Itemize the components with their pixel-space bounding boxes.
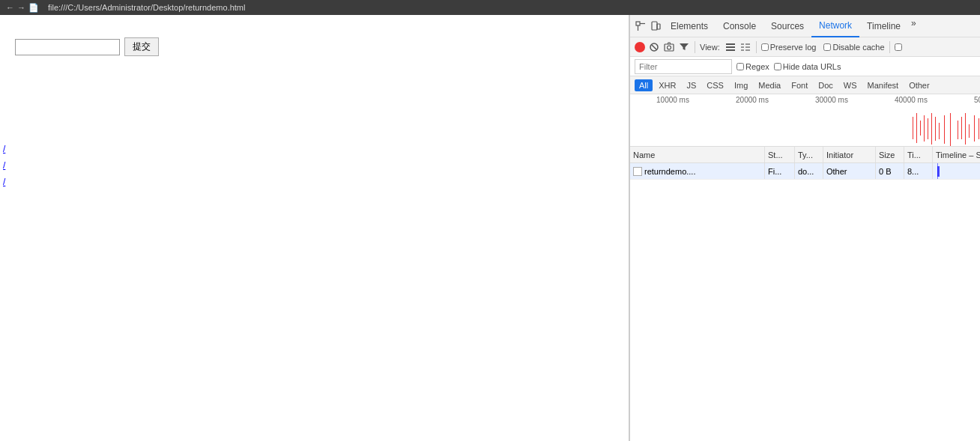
svg-rect-13	[726, 46, 735, 48]
svg-line-9	[652, 45, 656, 49]
hide-data-urls-label[interactable]: Hide data URLs	[774, 62, 841, 71]
svg-rect-0	[636, 22, 640, 25]
clear-button[interactable]	[648, 41, 660, 53]
row-time: 8...	[904, 163, 933, 179]
preserve-log-label[interactable]: Preserve log	[761, 43, 817, 52]
filter-type-css[interactable]: CSS	[702, 79, 728, 91]
filter-type-other[interactable]: Other	[904, 79, 934, 91]
list-view-icon[interactable]	[725, 41, 736, 53]
record-button[interactable]	[635, 42, 645, 52]
separator-3	[889, 41, 890, 53]
back-icon[interactable]: ←	[6, 3, 14, 12]
header-size: Size	[876, 147, 904, 162]
forward-icon[interactable]: →	[17, 3, 25, 12]
filter-type-media[interactable]: Media	[754, 79, 785, 91]
svg-rect-10	[665, 44, 674, 51]
regex-checkbox[interactable]	[736, 63, 744, 70]
main-area: 提交 / / / E	[0, 15, 980, 441]
svg-rect-3	[652, 22, 657, 30]
offline-label[interactable]	[895, 43, 904, 51]
page-text-input[interactable]	[15, 39, 120, 55]
tab-console[interactable]: Console	[716, 15, 763, 37]
tl-label-4: 40000 ms	[871, 96, 951, 104]
url-bar[interactable]: file:///C:/Users/Administrator/Desktop/r…	[48, 3, 245, 12]
device-icon[interactable]	[648, 19, 663, 34]
page-link-3[interactable]: /	[0, 175, 8, 189]
regex-label[interactable]: Regex	[736, 62, 769, 71]
hide-data-urls-checkbox[interactable]	[774, 63, 781, 70]
page-content: 提交 / / /	[0, 15, 629, 441]
inspect-icon[interactable]	[633, 19, 648, 34]
preserve-log-checkbox[interactable]	[761, 43, 769, 51]
tab-more-icon[interactable]: »	[908, 15, 919, 37]
view-label: View:	[700, 43, 720, 52]
filter-type-all[interactable]: All	[635, 79, 653, 91]
disable-cache-label[interactable]: Disable cache	[823, 43, 884, 52]
header-type: Ty...	[795, 147, 823, 162]
filter-bar: Regex Hide data URLs	[630, 57, 980, 76]
devtools-toolbar: Elements Console Sources Network Timelin…	[630, 15, 980, 37]
page-link-1[interactable]: /	[0, 142, 8, 156]
timeline-bar-cell	[936, 163, 980, 179]
separator-2	[756, 41, 757, 53]
svg-rect-4	[657, 24, 660, 29]
svg-point-11	[668, 46, 671, 49]
row-size: 0 B	[876, 163, 904, 179]
svg-rect-12	[726, 43, 735, 45]
page-link-2[interactable]: /	[0, 159, 8, 172]
group-view-icon[interactable]	[739, 41, 751, 53]
filter-type-doc[interactable]: Doc	[814, 79, 838, 91]
header-status: St...	[765, 147, 795, 162]
table-row[interactable]: returndemo.... Fi... do... Other 0 B 8..…	[630, 163, 980, 180]
network-toolbar: View:	[630, 37, 980, 57]
timeline-labels: 10000 ms 20000 ms 30000 ms 40000 ms 5000…	[630, 96, 980, 104]
tl-label-3: 30000 ms	[792, 96, 871, 104]
filter-icon[interactable]	[678, 41, 690, 53]
filter-type-xhr[interactable]: XHR	[654, 79, 680, 91]
offline-checkbox[interactable]	[895, 43, 902, 51]
row-name-inner: returndemo....	[633, 167, 695, 176]
filter-types: All XHR JS CSS Img Media Font Doc WS Man…	[630, 76, 980, 94]
header-time: Ti...	[904, 147, 933, 162]
row-initiator: Other	[823, 163, 876, 179]
file-icon	[633, 167, 642, 176]
disable-cache-checkbox[interactable]	[823, 43, 831, 51]
table-header: Name St... Ty... Initiator Size Ti... Ti…	[630, 147, 980, 163]
header-timeline: Timeline – Start Time 1.00	[933, 147, 980, 162]
filter-type-img[interactable]: Img	[730, 79, 752, 91]
row-timeline	[933, 163, 980, 179]
row-status: Fi...	[765, 163, 795, 179]
tab-sources[interactable]: Sources	[763, 15, 811, 37]
page-icon: 📄	[28, 3, 39, 13]
filter-type-manifest[interactable]: Manifest	[863, 79, 904, 91]
network-table: Name St... Ty... Initiator Size Ti... Ti…	[630, 147, 980, 441]
timeline-line	[937, 163, 938, 179]
filter-input[interactable]	[635, 59, 732, 74]
tl-label-5: 50000 ms	[951, 96, 980, 104]
timeline-graph: 10000 ms 20000 ms 30000 ms 40000 ms 5000…	[630, 94, 980, 147]
row-type: do...	[795, 163, 823, 179]
camera-icon[interactable]	[663, 41, 675, 53]
tl-label-1: 10000 ms	[633, 96, 713, 104]
filter-type-ws[interactable]: WS	[839, 79, 862, 91]
tab-elements[interactable]: Elements	[663, 15, 716, 37]
svg-rect-14	[726, 49, 735, 51]
devtools-panel: Elements Console Sources Network Timelin…	[629, 15, 980, 441]
page-links: / / /	[0, 142, 8, 189]
page-form: 提交	[15, 37, 614, 56]
devtools-tabs: Elements Console Sources Network Timelin…	[663, 15, 980, 37]
tab-network[interactable]: Network	[811, 15, 859, 37]
tab-timeline[interactable]: Timeline	[859, 15, 908, 37]
tl-label-2: 20000 ms	[713, 96, 792, 104]
header-initiator: Initiator	[823, 147, 876, 162]
header-name: Name	[630, 147, 765, 162]
filter-type-js[interactable]: JS	[682, 79, 701, 91]
row-name-cell: returndemo....	[630, 163, 765, 179]
separator-1	[695, 41, 695, 53]
row-name-text: returndemo....	[644, 167, 695, 176]
browser-bar: ← → 📄 file:///C:/Users/Administrator/Des…	[0, 0, 980, 15]
page-submit-button[interactable]: 提交	[124, 37, 159, 56]
filter-type-font[interactable]: Font	[787, 79, 812, 91]
